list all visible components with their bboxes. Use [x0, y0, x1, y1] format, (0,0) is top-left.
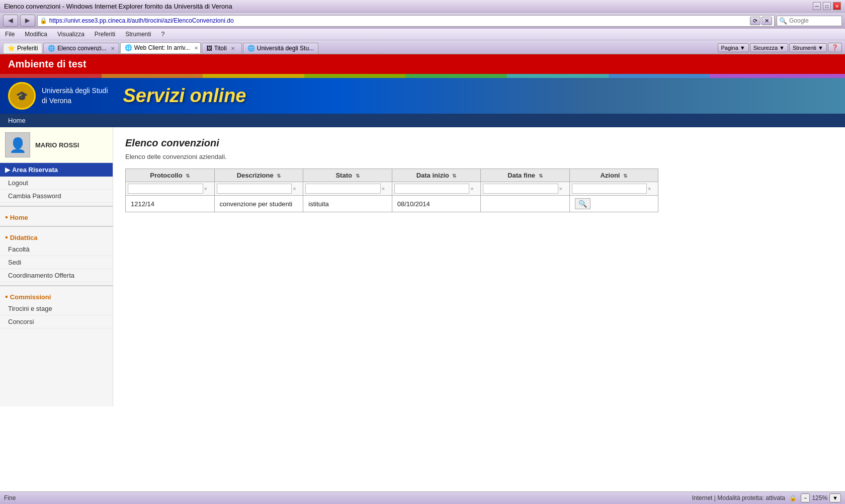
window-controls: ─ □ ✕: [813, 2, 841, 10]
menu-help[interactable]: ?: [159, 30, 167, 39]
col-data-fine[interactable]: Data fine ⇅: [481, 169, 569, 182]
sidebar-group-didattica[interactable]: ▪ Didattica: [0, 230, 113, 243]
sort-icon-data-fine[interactable]: ⇅: [539, 173, 543, 179]
col-data-inizio[interactable]: Data inizio ⇅: [392, 169, 481, 182]
search-area: 🔍: [777, 16, 842, 26]
filter-data-fine-cell: ×: [481, 182, 569, 196]
refresh-button[interactable]: ⟳: [750, 17, 760, 25]
filter-descrizione-clear[interactable]: ×: [293, 186, 296, 192]
maximize-button[interactable]: □: [823, 2, 831, 10]
filter-data-fine-clear[interactable]: ×: [559, 186, 562, 192]
search-input[interactable]: [789, 17, 839, 24]
url-input[interactable]: [49, 17, 748, 24]
university-name: Università degli Studi di Verona: [42, 86, 108, 106]
col-protocollo[interactable]: Protocollo ⇅: [126, 169, 215, 182]
page-content: Ambiente di test 🎓 Università degli Stud…: [0, 54, 845, 406]
arrow-icon: ▶: [5, 166, 10, 174]
sidebar-item-concorsi[interactable]: Concorsi: [0, 315, 113, 328]
menu-preferiti[interactable]: Preferiti: [93, 30, 117, 39]
sidebar: 👤 MARIO ROSSI ▶ Area Riservata Logout Ca…: [0, 127, 113, 406]
filter-data-fine-input[interactable]: [483, 184, 558, 194]
filter-descrizione-wrap: ×: [217, 184, 301, 194]
menu-file[interactable]: File: [3, 30, 17, 39]
filter-descrizione-input[interactable]: [217, 184, 292, 194]
filter-data-inizio-clear[interactable]: ×: [470, 186, 473, 192]
sidebar-item-tirocini[interactable]: Tirocini e stage: [0, 302, 113, 315]
browser-titlebar: Elenco convenzioni - Windows Internet Ex…: [0, 0, 845, 13]
table-row: 1212/14 convenzione per studenti istitui…: [126, 196, 658, 212]
minimize-button[interactable]: ─: [813, 2, 821, 10]
sort-icon-stato[interactable]: ⇅: [356, 173, 360, 179]
menu-visualizza[interactable]: Visualizza: [55, 30, 87, 39]
filter-azioni-clear[interactable]: ×: [648, 186, 651, 192]
tabs-bar: ⭐ Preferiti 🌐 Elenco convenzi... ✕ 🌐 Web…: [0, 40, 845, 54]
area-riservata-title[interactable]: ▶ Area Riservata: [5, 166, 108, 174]
sidebar-group-home[interactable]: ▪ Home: [0, 210, 113, 223]
security-button[interactable]: Sicurezza ▼: [750, 43, 788, 52]
avatar: 👤: [5, 132, 30, 157]
filter-protocollo-cell: ×: [126, 182, 215, 196]
sidebar-divider-1: [0, 206, 113, 207]
star-icon: ⭐: [8, 45, 15, 52]
bullet-icon-3: ▪: [5, 292, 8, 301]
filter-descrizione-cell: ×: [214, 182, 303, 196]
filter-stato-input[interactable]: [305, 184, 380, 194]
cell-azioni: 🔍: [569, 196, 658, 212]
address-bar: 🔒 ⟳ ✕: [37, 15, 775, 27]
sidebar-item-sedi[interactable]: Sedi: [0, 256, 113, 269]
filter-protocollo-input[interactable]: [128, 184, 203, 194]
cell-data-inizio: 08/10/2014: [392, 196, 481, 212]
help-button[interactable]: ❓: [828, 43, 842, 52]
close-button[interactable]: ✕: [833, 2, 841, 10]
sidebar-item-facolta[interactable]: Facoltà: [0, 243, 113, 256]
tab-3[interactable]: 🌐 Università degli Stu...: [243, 43, 318, 53]
address-controls: ⟳ ✕: [750, 17, 772, 25]
col-stato[interactable]: Stato ⇅: [303, 169, 392, 182]
filter-azioni-cell: ×: [569, 182, 658, 196]
page-button[interactable]: Pagina ▼: [718, 43, 749, 52]
filter-data-inizio-input[interactable]: [394, 184, 470, 194]
back-button[interactable]: ◄: [3, 15, 18, 27]
sidebar-item-cambia-password[interactable]: Cambia Password: [0, 190, 113, 203]
view-action-button[interactable]: 🔍: [575, 198, 590, 209]
tab-1-close[interactable]: ✕: [194, 45, 198, 51]
filter-protocollo-clear[interactable]: ×: [204, 186, 207, 192]
sidebar-item-logout[interactable]: Logout: [0, 177, 113, 190]
col-azioni[interactable]: Azioni ⇅: [569, 169, 658, 182]
sidebar-item-coordinamento[interactable]: Coordinamento Offerta: [0, 269, 113, 282]
filter-protocollo-wrap: ×: [128, 184, 212, 194]
tab-0-close[interactable]: ✕: [111, 46, 115, 51]
url-security-icon: 🔒: [40, 17, 47, 24]
nav-home[interactable]: Home: [8, 117, 26, 124]
favorites-tab[interactable]: ⭐ Preferiti: [3, 43, 42, 53]
cell-stato: istituita: [303, 196, 392, 212]
sidebar-group-commissioni[interactable]: ▪ Commissioni: [0, 289, 113, 302]
search-engine-icon: 🔍: [779, 17, 787, 25]
tab-2-close[interactable]: ✕: [231, 46, 235, 51]
tab-0[interactable]: 🌐 Elenco convenzi... ✕: [43, 43, 119, 53]
menu-strumenti[interactable]: Strumenti: [123, 30, 153, 39]
cell-data-fine: [481, 196, 569, 212]
table-filter-row: × × ×: [126, 182, 658, 196]
menu-modifica[interactable]: Modifica: [23, 30, 49, 39]
filter-data-inizio-wrap: ×: [394, 184, 479, 194]
tools-button[interactable]: Strumenti ▼: [789, 43, 827, 52]
tab-2[interactable]: 🖼 Titoli ✕: [202, 43, 242, 53]
forward-button[interactable]: ►: [20, 15, 35, 27]
filter-stato-clear[interactable]: ×: [382, 186, 385, 192]
sort-icon-protocollo[interactable]: ⇅: [186, 173, 190, 179]
sort-icon-descrizione[interactable]: ⇅: [277, 173, 281, 179]
bullet-icon-2: ▪: [5, 233, 8, 242]
browser-title: Elenco convenzioni - Windows Internet Ex…: [4, 3, 232, 10]
menu-bar: File Modifica Visualizza Preferiti Strum…: [0, 29, 845, 40]
sort-icon-azioni[interactable]: ⇅: [623, 173, 627, 179]
tab-1[interactable]: 🌐 Web Client: In arriv... ✕: [120, 42, 201, 53]
stop-button[interactable]: ✕: [762, 17, 772, 25]
tab-2-icon: 🖼: [206, 45, 212, 52]
university-logo: 🎓: [8, 82, 36, 110]
filter-azioni-input[interactable]: [572, 184, 647, 194]
sort-icon-data-inizio[interactable]: ⇅: [452, 173, 456, 179]
servizi-online-title: Servizi online: [123, 85, 246, 107]
page-subtitle: Elenco delle convenzioni aziendali.: [125, 153, 833, 160]
col-descrizione[interactable]: Descrizione ⇅: [214, 169, 303, 182]
